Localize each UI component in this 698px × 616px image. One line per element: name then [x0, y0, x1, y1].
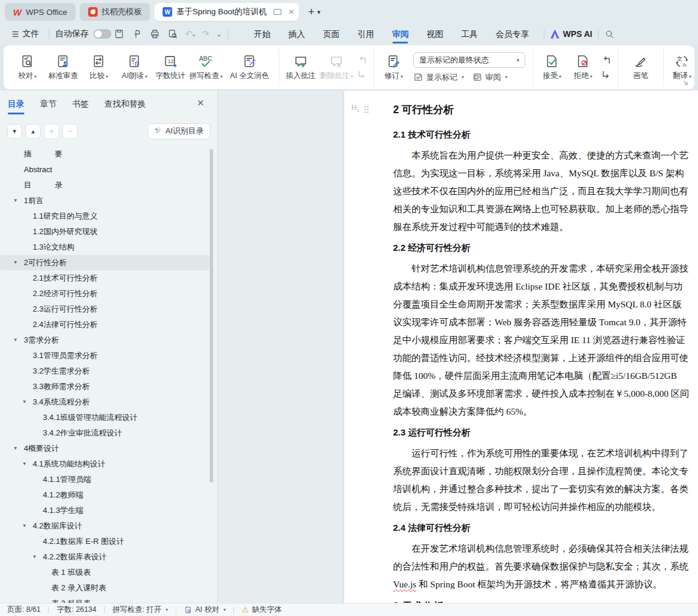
heading-drag-handle[interactable]: H1	[351, 97, 369, 123]
menu-tab-视图[interactable]: 视图	[417, 24, 452, 44]
toc-item[interactable]: 3.2学生需求分析	[0, 363, 209, 379]
toc-item[interactable]: 2.1技术可行性分析	[0, 270, 209, 286]
toc-item[interactable]: ▼4概要设计	[0, 441, 209, 456]
standard-review-button[interactable]: 标准审查	[45, 48, 81, 86]
reject-changes-button[interactable]: 拒绝▾	[568, 48, 599, 86]
toc-item[interactable]: 4.1.1管理员端	[0, 472, 209, 487]
new-tab-button[interactable]: +	[308, 5, 314, 18]
toc-item[interactable]: 3.3教师需求分析	[0, 379, 209, 394]
insert-comment-button[interactable]: 插入批注	[283, 48, 319, 86]
previous-change-icon[interactable]	[600, 55, 612, 65]
toc-item[interactable]: ▼1前言	[0, 193, 209, 209]
ribbon-expand-icon[interactable]	[683, 80, 688, 86]
toc-item[interactable]: 4.2.1数据库 E-R 图设计	[0, 534, 209, 549]
ai-polish-button[interactable]: AI 全文润色	[224, 48, 275, 86]
sidebar-tab-书签[interactable]: 书签	[72, 91, 89, 117]
ai-recognize-toc-button[interactable]: AI识别目录	[148, 123, 210, 139]
add-heading-button[interactable]: +	[44, 124, 59, 139]
save-icon[interactable]	[114, 29, 124, 39]
page-indicator[interactable]: 页面: 8/61	[7, 605, 40, 615]
toc-item[interactable]: ▼4.1系统功能结构设计	[0, 456, 209, 472]
toc-item[interactable]: 3.4.1班级管理功能流程设计	[0, 410, 209, 425]
ai-read-aloud-button[interactable]: AI朗读▾	[117, 48, 152, 86]
sidebar-scrollbar[interactable]	[210, 149, 213, 483]
export-pdf-icon[interactable]	[132, 29, 142, 39]
toc-expand-arrow-icon[interactable]: ▼	[13, 332, 18, 348]
tab-close-icon[interactable]: ✕	[288, 8, 294, 16]
toolbar-options-chevron[interactable]: ⌄	[217, 31, 222, 38]
undo-icon[interactable]: ↶▾	[185, 29, 195, 39]
delete-comment-button[interactable]: 删除批注▾	[319, 48, 354, 86]
document-page[interactable]: 2 可行性分析H12.1 技术可行性分析本系统旨在为用户提供一种更安全、高效、便…	[344, 91, 698, 603]
share-screen-icon[interactable]	[273, 8, 282, 15]
toc-expand-arrow-icon[interactable]: ▼	[22, 518, 27, 534]
menu-tab-开始[interactable]: 开始	[245, 24, 279, 44]
tab-list-chevron[interactable]: ▾	[317, 8, 320, 16]
remove-heading-button[interactable]: −	[63, 124, 77, 139]
toc-expand-arrow-icon[interactable]: ▼	[32, 549, 37, 565]
next-change-icon[interactable]	[600, 70, 612, 79]
toc-item[interactable]: 2.2经济可行性分析	[0, 286, 209, 301]
toc-item[interactable]: Abstract	[0, 162, 209, 178]
toc-item[interactable]: ▼4.2.2数据库表设计	[0, 549, 209, 565]
menu-tab-插入[interactable]: 插入	[279, 24, 314, 44]
tab-document-active[interactable]: W 基于Spring Boot的培训机构 ✕	[154, 3, 299, 21]
redo-icon[interactable]: ↷	[202, 29, 210, 39]
menu-tab-页面[interactable]: 页面	[314, 24, 348, 44]
toc-item[interactable]: 4.1.2教师端	[0, 487, 209, 503]
toc-item[interactable]: 1.3论文结构	[0, 239, 209, 255]
menu-tab-审阅[interactable]: 审阅	[383, 24, 417, 44]
toc-item[interactable]: 4.1.3学生端	[0, 503, 209, 518]
spellcheck-status[interactable]: 拼写检查: 打开▾	[113, 605, 168, 615]
ai-proofread-status[interactable]: AI 校对▾	[184, 605, 226, 615]
review-pane-button[interactable]: 审阅▾	[472, 72, 507, 83]
track-changes-button[interactable]: 修订▾	[378, 48, 410, 86]
toc-expand-arrow-icon[interactable]: ▼	[13, 441, 18, 456]
toc-expand-arrow-icon[interactable]: ▼	[13, 193, 18, 209]
toc-expand-arrow-icon[interactable]: ▼	[22, 394, 27, 410]
markup-state-dropdown[interactable]: 显示标记的最终状态 ▾	[413, 52, 525, 68]
toc-item[interactable]: 表 2 录入课时表	[0, 580, 209, 596]
previous-comment-icon[interactable]	[356, 55, 368, 65]
toc-item[interactable]: 2.4法律可行性分析	[0, 317, 209, 332]
ink-pen-button[interactable]: 画笔	[622, 48, 660, 86]
wps-ai-button[interactable]: WPS AI	[550, 29, 592, 39]
proofread-button[interactable]: 校对▾	[10, 48, 45, 86]
toc-item[interactable]: 3.1管理员需求分析	[0, 348, 209, 363]
toc-item[interactable]: 摘 要	[0, 147, 209, 162]
sidebar-tab-章节[interactable]: 章节	[40, 91, 57, 117]
tab-docer-templates[interactable]: 找稻壳模板	[80, 3, 151, 21]
toc-item[interactable]: 3.4.2作业审批流程设计	[0, 425, 209, 441]
menu-tab-工具[interactable]: 工具	[452, 24, 487, 44]
collapse-all-button[interactable]: ▼	[7, 124, 22, 139]
word-count-button[interactable]: 12 字数统计	[152, 48, 188, 86]
search-icon[interactable]	[604, 29, 615, 39]
toc-expand-arrow-icon[interactable]: ▼	[13, 255, 18, 270]
spell-check-button[interactable]: ABC 拼写检查▾	[188, 48, 224, 86]
file-menu-button[interactable]: ☰ 文件	[8, 29, 43, 39]
toc-item[interactable]: 2.3运行可行性分析	[0, 301, 209, 317]
toc-item[interactable]: ▼3.4系统流程分析	[0, 394, 209, 410]
toc-item[interactable]: 表 1 班级表	[0, 565, 209, 580]
toc-expand-arrow-icon[interactable]: ▼	[22, 456, 27, 472]
missing-font-warning[interactable]: ⚠ 缺失字体	[242, 605, 282, 615]
toc-item[interactable]: 1.2国内外研究现状	[0, 224, 209, 239]
accept-changes-button[interactable]: 接受▾	[537, 48, 568, 86]
sidebar-tab-查找和替换[interactable]: 查找和替换	[104, 91, 146, 117]
word-count-indicator[interactable]: 字数: 26134	[57, 605, 96, 615]
toc-item[interactable]: ▼2可行性分析	[0, 255, 209, 270]
toc-item[interactable]: ▼4.2数据库设计	[0, 518, 209, 534]
toc-item[interactable]: ▼3需求分析	[0, 332, 209, 348]
menu-tab-引用[interactable]: 引用	[348, 24, 383, 44]
sidebar-tab-目录[interactable]: 目录	[8, 91, 24, 117]
toc-item[interactable]: 1.1研究目的与意义	[0, 209, 209, 224]
next-comment-icon[interactable]	[356, 70, 368, 79]
tab-wps-home[interactable]: W WPS Office	[5, 3, 76, 21]
toc-item[interactable]: 目 录	[0, 178, 209, 193]
show-markup-button[interactable]: 显示标记▾	[413, 72, 464, 83]
expand-all-button[interactable]: ▲	[26, 124, 40, 139]
print-icon[interactable]	[149, 29, 160, 39]
compare-button[interactable]: 比较▾	[81, 48, 117, 86]
sidebar-close-icon[interactable]: ✕	[197, 98, 204, 108]
autosave-toggle[interactable]	[94, 29, 111, 39]
